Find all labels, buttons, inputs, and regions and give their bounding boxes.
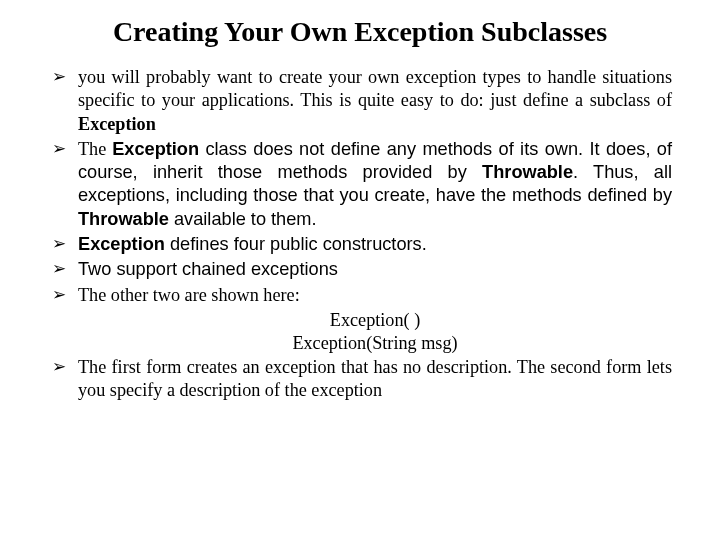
slide: Creating Your Own Exception Subclasses y… bbox=[0, 0, 720, 540]
slide-title: Creating Your Own Exception Subclasses bbox=[48, 16, 672, 48]
bullet-list-2: The first form creates an exception that… bbox=[48, 356, 672, 403]
bullet-item: you will probably want to create your ow… bbox=[48, 66, 672, 136]
text-bold: Throwable bbox=[482, 162, 573, 182]
text: The first form creates an exception that… bbox=[78, 357, 672, 400]
text: defines four public constructors. bbox=[170, 234, 427, 254]
bullet-item: Two support chained exceptions bbox=[48, 258, 672, 281]
text: you will probably want to create your ow… bbox=[78, 67, 672, 110]
text: The other two are shown here: bbox=[78, 285, 300, 305]
text: Two support chained exceptions bbox=[78, 259, 338, 279]
text-bold: Throwable bbox=[78, 209, 174, 229]
code-line: Exception(String msg) bbox=[48, 332, 672, 355]
text: available to them. bbox=[174, 209, 317, 229]
bullet-item: The first form creates an exception that… bbox=[48, 356, 672, 403]
text-bold: Exception bbox=[78, 114, 156, 134]
text: The bbox=[78, 139, 112, 159]
text-bold: Exception bbox=[112, 139, 205, 159]
bullet-item: The other two are shown here: bbox=[48, 284, 672, 307]
bullet-list: you will probably want to create your ow… bbox=[48, 66, 672, 307]
text-bold: Exception bbox=[78, 234, 170, 254]
bullet-item: The Exception class does not define any … bbox=[48, 138, 672, 231]
code-line: Exception( ) bbox=[48, 309, 672, 332]
bullet-item: Exception defines four public constructo… bbox=[48, 233, 672, 256]
